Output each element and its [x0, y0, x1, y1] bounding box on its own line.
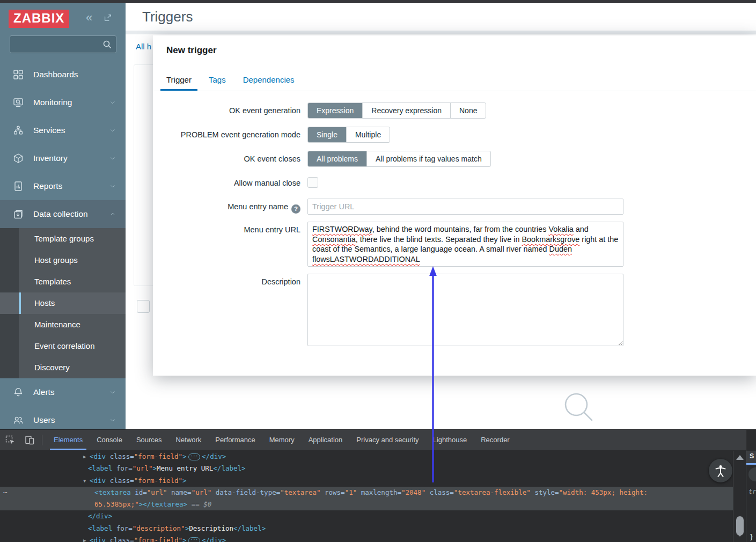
help-icon[interactable]: ? [291, 204, 300, 214]
scroll-up-icon[interactable] [736, 455, 744, 460]
form-row-problem-mode: PROBLEM event generation mode SingleMult… [166, 127, 390, 143]
sidebar-subitem-host-groups[interactable]: Host groups [0, 250, 126, 271]
chevron-down-icon [109, 127, 116, 134]
sidebar-search-input[interactable] [13, 37, 99, 52]
elements-tree[interactable]: ▶<div class="form-field">···</div><label… [0, 451, 733, 542]
data-collection-icon [13, 209, 24, 219]
segment-option-expression[interactable]: Expression [308, 102, 363, 119]
sidebar-subitem-template-groups[interactable]: Template groups [0, 228, 126, 250]
zabbix-logo[interactable]: ZABBIX [9, 10, 69, 28]
code-line[interactable]: ▶<div class="form-field">···</div> [0, 451, 733, 463]
code-line[interactable]: ▶<div class="form-field">···</div> [0, 534, 733, 542]
devtools-tab-application[interactable]: Application [302, 430, 350, 450]
device-toolbar-icon[interactable] [20, 433, 39, 448]
menu-entry-url-textarea[interactable]: FIRSTWORDway, behind the word mountains,… [307, 222, 623, 267]
modal-title: New trigger [166, 45, 217, 56]
sidebar-search [10, 35, 116, 53]
problem-mode-segment: SingleMultiple [307, 127, 390, 143]
devtools-panel: ElementsConsoleSourcesNetworkPerformance… [0, 429, 756, 542]
modal-tabs: TriggerTagsDependencies [160, 72, 300, 91]
form-row-allow-manual-close: Allow manual close [166, 177, 318, 189]
styles-css-fragment: tr [748, 488, 756, 495]
misspelled-word: Vokalia [548, 225, 573, 233]
scroll-down-icon[interactable] [736, 532, 744, 537]
annotation-arrow [427, 265, 439, 487]
inspect-element-icon[interactable] [1, 433, 19, 448]
chevron-down-icon [109, 183, 116, 189]
inline-expand-icon[interactable]: ··· [188, 537, 200, 542]
tree-toggle-icon[interactable]: ▶ [83, 534, 90, 542]
segment-option-all-problems-if-tag-values-match[interactable]: All problems if tag values match [367, 151, 490, 166]
styles-tab-underline [746, 463, 756, 465]
devtools-tab-sources[interactable]: Sources [129, 430, 169, 450]
tree-toggle-icon[interactable]: ▶ [83, 451, 90, 463]
sidebar-item-data-collection[interactable]: Data collection [0, 200, 126, 228]
sidebar-item-inventory[interactable]: Inventory [0, 144, 126, 172]
code-line[interactable]: 65.5385px;"></textarea> == $0 [0, 499, 733, 510]
header-divider [126, 31, 756, 34]
segment-option-recovery-expression[interactable]: Recovery expression [363, 103, 451, 118]
devtools-tab-console[interactable]: Console [90, 430, 129, 450]
sidebar-nav: Dashboards Monitoring Services [0, 61, 126, 429]
misspelled-word: flowsLASTWORDADDITIONAL [312, 255, 420, 263]
styles-tab[interactable]: S [750, 452, 754, 460]
devtools-tab-recorder[interactable]: Recorder [474, 430, 516, 450]
accessibility-icon[interactable] [709, 459, 732, 482]
segment-option-single[interactable]: Single [308, 127, 347, 143]
segment-option-none[interactable]: None [451, 103, 486, 118]
select-all-checkbox[interactable] [137, 300, 150, 313]
search-icon [102, 39, 113, 52]
code-line[interactable]: ⋯<textarea id="url" name="url" data-fiel… [0, 487, 733, 499]
segment-option-all-problems[interactable]: All problems [308, 151, 367, 167]
modal-tab-dependencies[interactable]: Dependencies [237, 72, 300, 91]
users-icon [13, 415, 24, 426]
sidebar-item-users[interactable]: Users [0, 406, 126, 429]
code-line[interactable]: ▼<div class="form-field"> [0, 475, 733, 487]
segment-option-multiple[interactable]: Multiple [347, 127, 390, 142]
chevron-down-icon [109, 389, 116, 395]
sidebar-subitem-templates[interactable]: Templates [0, 271, 126, 292]
gutter-marker: ⋯ [3, 487, 8, 499]
menu-entry-name-label: Menu entry name [227, 202, 288, 211]
screen: ZABBIX « Dashboards [0, 0, 756, 542]
form-row-ok-event-closes: OK event closes All problemsAll problems… [166, 151, 491, 167]
menu-entry-name-input[interactable] [307, 199, 623, 215]
inline-expand-icon[interactable]: ··· [188, 453, 200, 460]
devtools-tab-privacy-and-security[interactable]: Privacy and security [349, 430, 425, 450]
tree-toggle-icon[interactable]: ▼ [83, 475, 90, 487]
form-row-description: Description [166, 274, 623, 346]
devtools-tab-elements[interactable]: Elements [47, 430, 90, 450]
styles-pane-button[interactable] [748, 467, 756, 481]
devtools-tab-network[interactable]: Network [169, 430, 209, 450]
sidebar-subitem-discovery[interactable]: Discovery [0, 357, 126, 378]
styles-css-fragment: } [750, 533, 753, 541]
sidebar-popout-icon[interactable] [103, 13, 113, 25]
chevron-down-icon [109, 417, 116, 423]
data-collection-submenu: Template groupsHost groupsTemplatesHosts… [0, 228, 126, 378]
code-line[interactable]: <label for="description">Description</la… [0, 523, 733, 534]
description-textarea[interactable] [307, 274, 623, 346]
sidebar-item-reports[interactable]: Reports [0, 172, 126, 200]
sidebar-collapse-icon[interactable]: « [86, 12, 92, 24]
sidebar-item-services[interactable]: Services [0, 116, 126, 144]
devtools-tabbar: ElementsConsoleSourcesNetworkPerformance… [0, 430, 756, 450]
devtools-tab-memory[interactable]: Memory [262, 430, 302, 450]
sidebar: ZABBIX « Dashboards [0, 3, 126, 429]
sidebar-item-monitoring[interactable]: Monitoring [0, 89, 126, 116]
modal-tab-trigger[interactable]: Trigger [160, 72, 197, 91]
new-trigger-modal: New trigger TriggerTagsDependencies OK e… [153, 35, 756, 376]
modal-tab-tags[interactable]: Tags [203, 72, 232, 91]
code-line[interactable]: <label for="url">Menu entry URL</label> [0, 463, 733, 474]
sidebar-subitem-hosts[interactable]: Hosts [0, 292, 126, 314]
code-line[interactable]: </div> [0, 510, 733, 522]
allow-manual-close-checkbox[interactable] [307, 177, 318, 188]
alerts-icon [13, 387, 24, 398]
devtools-scrollbar[interactable] [733, 451, 746, 542]
sidebar-subitem-maintenance[interactable]: Maintenance [0, 314, 126, 335]
breadcrumb[interactable]: All h [136, 42, 153, 51]
chevron-up-icon [109, 211, 116, 217]
sidebar-item-dashboards[interactable]: Dashboards [0, 61, 126, 89]
sidebar-item-alerts[interactable]: Alerts [0, 378, 126, 406]
sidebar-subitem-event-correlation[interactable]: Event correlation [0, 335, 126, 357]
devtools-tab-performance[interactable]: Performance [208, 430, 262, 450]
